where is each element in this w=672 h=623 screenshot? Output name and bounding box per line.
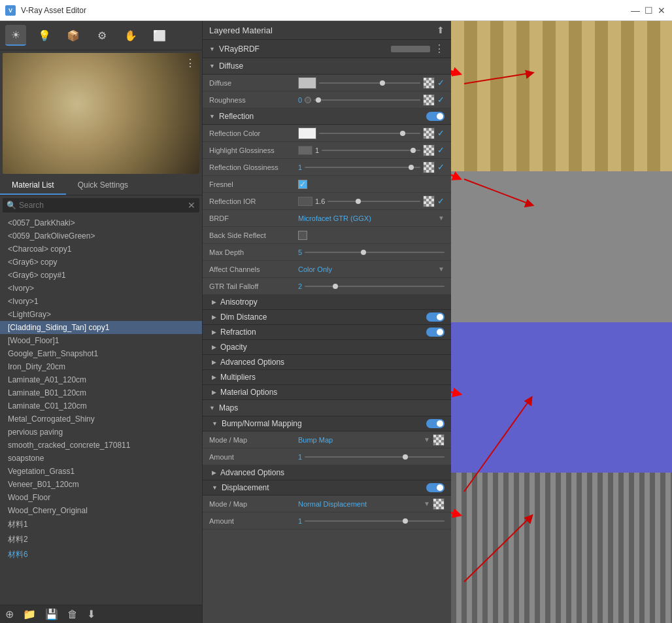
- list-item[interactable]: <Charcoal> copy1: [0, 243, 202, 256]
- section-diffuse[interactable]: ▼ Diffuse: [203, 58, 451, 75]
- minimize-button[interactable]: —: [630, 5, 641, 16]
- toolbar-objects-icon[interactable]: 📦: [63, 25, 84, 46]
- reflection-ior-check-icon[interactable]: ✓: [437, 196, 445, 206]
- toolbar-render-icon[interactable]: ✋: [120, 25, 141, 46]
- reflection-color-check-icon[interactable]: ✓: [437, 128, 445, 138]
- list-item[interactable]: <0057_DarkKhaki>: [0, 216, 202, 229]
- list-item[interactable]: <Ivory>1: [0, 295, 202, 308]
- list-item[interactable]: <Gray6> copy: [0, 256, 202, 269]
- section-opacity[interactable]: ▶ Opacity: [203, 340, 451, 355]
- bump-amount-input[interactable]: 1: [298, 453, 302, 461]
- list-item[interactable]: Iron_Dirty_20cm: [0, 360, 202, 373]
- gtr-tail-slider[interactable]: [305, 286, 445, 287]
- list-item[interactable]: 材料2: [0, 532, 202, 547]
- panel-export-icon[interactable]: ⬆: [437, 25, 445, 35]
- displacement-map-button[interactable]: [433, 498, 445, 510]
- bump-map-button[interactable]: [433, 434, 445, 446]
- delete-icon[interactable]: 🗑: [67, 609, 78, 620]
- highlight-glossiness-slider[interactable]: [322, 150, 420, 151]
- refraction-toggle[interactable]: [426, 328, 445, 337]
- bump-amount-slider[interactable]: [305, 456, 445, 458]
- vraybrdf-collapse-icon[interactable]: ▼: [209, 46, 215, 52]
- section-maps[interactable]: ▼ Maps: [203, 400, 451, 416]
- reflection-toggle[interactable]: [426, 112, 445, 121]
- reflection-ior-input[interactable]: 1.6: [315, 197, 325, 205]
- close-button[interactable]: ✕: [656, 5, 667, 16]
- list-item[interactable]: Veneer_B01_120cm: [0, 478, 202, 491]
- displacement-amount-slider[interactable]: [305, 520, 445, 522]
- section-dim-distance[interactable]: ▶ Dim Distance: [203, 310, 451, 325]
- diffuse-check-icon[interactable]: ✓: [437, 78, 445, 88]
- toolbar-materials-icon[interactable]: ☀: [5, 25, 26, 46]
- dim-distance-toggle[interactable]: [426, 312, 445, 322]
- displacement-mode-dropdown[interactable]: Normal Displacement ▼: [298, 500, 430, 508]
- list-item[interactable]: Vegetation_Grass1: [0, 465, 202, 478]
- displacement-toggle[interactable]: [426, 483, 445, 492]
- reflection-glossiness-map-button[interactable]: [423, 161, 435, 173]
- section-multipliers[interactable]: ▶ Multipliers: [203, 370, 451, 385]
- roughness-slider[interactable]: [314, 99, 420, 101]
- list-item[interactable]: [Wood_Floor]1: [0, 334, 202, 347]
- toolbar-view-icon[interactable]: ⬜: [149, 25, 170, 46]
- section-advanced-options[interactable]: ▶ Advanced Options: [203, 355, 451, 370]
- bump-mode-dropdown[interactable]: Bump Map ▼: [298, 436, 430, 444]
- search-input[interactable]: [19, 201, 185, 210]
- gtr-tail-input[interactable]: 2: [298, 282, 302, 290]
- tab-material-list[interactable]: Material List: [0, 177, 66, 195]
- tab-quick-settings[interactable]: Quick Settings: [66, 177, 140, 195]
- fresnel-checkbox[interactable]: ✓: [298, 180, 307, 189]
- reflection-ior-slider[interactable]: [328, 201, 420, 202]
- roughness-check-icon[interactable]: ✓: [437, 95, 445, 105]
- backside-reflect-checkbox[interactable]: [298, 231, 307, 240]
- list-item[interactable]: soapstone: [0, 452, 202, 465]
- list-item[interactable]: <Gray6> copy#1: [0, 269, 202, 282]
- save-icon[interactable]: 💾: [45, 608, 58, 620]
- diffuse-color-swatch[interactable]: [298, 77, 316, 89]
- displacement-amount-input[interactable]: 1: [298, 517, 302, 525]
- affect-channels-dropdown[interactable]: Color Only ▼: [298, 265, 445, 273]
- list-item[interactable]: Wood_Floor: [0, 491, 202, 504]
- reflection-ior-map-button[interactable]: [423, 195, 435, 207]
- max-depth-input[interactable]: 5: [298, 248, 302, 256]
- reflection-glossiness-check-icon[interactable]: ✓: [437, 162, 445, 172]
- list-item[interactable]: 材料1: [0, 517, 202, 532]
- list-item[interactable]: Laminate_C01_120cm: [0, 399, 202, 413]
- reflection-color-slider[interactable]: [319, 133, 420, 134]
- section-anisotropy[interactable]: ▶ Anisotropy: [203, 295, 451, 310]
- roughness-map-button[interactable]: [423, 94, 435, 106]
- section-maps-advanced[interactable]: ▶ Advanced Options: [203, 465, 451, 480]
- list-item[interactable]: <LightGray>: [0, 308, 202, 321]
- list-item[interactable]: pervious paving: [0, 426, 202, 439]
- reflection-color-swatch[interactable]: [298, 127, 316, 139]
- max-depth-slider[interactable]: [305, 252, 445, 253]
- reflection-color-map-button[interactable]: [423, 127, 435, 139]
- list-item[interactable]: Wood_Cherry_Original: [0, 504, 202, 517]
- list-item-active[interactable]: 材料6: [0, 547, 202, 562]
- highlight-glossiness-map-button[interactable]: [423, 144, 435, 156]
- list-item[interactable]: <Ivory>: [0, 282, 202, 295]
- list-item-selected[interactable]: [Cladding_Siding_Tan] copy1: [0, 321, 202, 334]
- add-icon[interactable]: ⊕: [5, 608, 14, 620]
- list-item[interactable]: Laminate_A01_120cm: [0, 373, 202, 386]
- section-reflection[interactable]: ▼ Reflection: [203, 109, 451, 125]
- diffuse-slider[interactable]: [319, 82, 420, 84]
- list-item[interactable]: Laminate_B01_120cm: [0, 386, 202, 399]
- vraybrdf-menu-icon[interactable]: ⋮: [434, 42, 445, 55]
- toolbar-lights-icon[interactable]: 💡: [34, 25, 55, 46]
- highlight-glossiness-check[interactable]: [298, 146, 312, 155]
- toolbar-settings-icon[interactable]: ⚙: [92, 25, 112, 46]
- reflection-ior-toggle[interactable]: [298, 197, 312, 206]
- search-clear-icon[interactable]: ✕: [188, 200, 195, 210]
- reflection-glossiness-slider[interactable]: [305, 167, 420, 168]
- list-item[interactable]: Google_Earth_Snapshot1: [0, 347, 202, 360]
- list-item[interactable]: <0059_DarkOliveGreen>: [0, 229, 202, 243]
- roughness-input[interactable]: 0: [298, 96, 302, 104]
- maximize-button[interactable]: ☐: [643, 5, 654, 16]
- export-icon[interactable]: ⬇: [87, 608, 95, 620]
- list-item[interactable]: smooth_cracked_concrete_170811: [0, 439, 202, 452]
- bump-mapping-toggle[interactable]: [426, 419, 445, 428]
- section-displacement[interactable]: ▼ Displacement: [203, 480, 451, 496]
- list-item[interactable]: Metal_Corrogated_Shiny: [0, 413, 202, 426]
- highlight-glossiness-check-icon[interactable]: ✓: [437, 145, 445, 155]
- section-refraction[interactable]: ▶ Refraction: [203, 325, 451, 340]
